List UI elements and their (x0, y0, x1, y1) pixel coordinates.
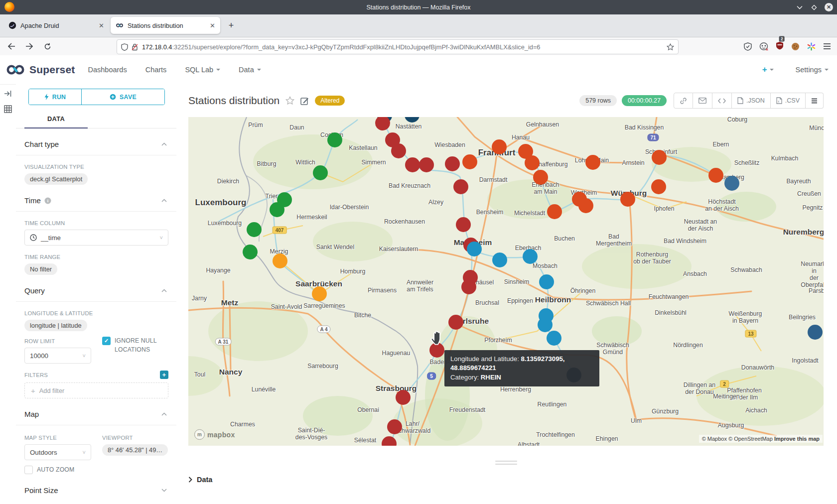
section-map[interactable]: Map (24, 398, 168, 425)
viz-type-value[interactable]: deck.gl Scatterplot (24, 173, 88, 185)
new-item-button[interactable]: + (762, 65, 774, 75)
map-data-point[interactable] (492, 139, 507, 154)
map-data-point[interactable] (273, 253, 287, 268)
map-data-point[interactable] (808, 325, 823, 340)
map-data-point[interactable] (448, 315, 463, 330)
edit-properties-icon[interactable] (300, 97, 309, 105)
chart-menu-button[interactable] (806, 93, 824, 109)
map-data-point[interactable] (538, 317, 553, 332)
menu-hamburger-icon[interactable] (823, 43, 831, 50)
lonlat-value[interactable]: longitude | latitude (24, 320, 87, 331)
map-data-point[interactable] (462, 154, 477, 169)
embed-code-button[interactable] (712, 93, 732, 109)
map-style-select[interactable]: Outdoors ˅ (24, 444, 91, 460)
map-data-point[interactable] (708, 168, 723, 183)
map-data-point[interactable] (461, 279, 476, 294)
maximize-icon[interactable] (810, 3, 818, 11)
window-titlebar[interactable]: Stations distribution — Mozilla Firefox … (0, 0, 837, 14)
map-data-point[interactable] (391, 143, 406, 158)
time-range-value[interactable]: No filter (24, 263, 57, 275)
map-data-point[interactable] (652, 150, 667, 165)
map-data-point[interactable] (445, 156, 460, 171)
section-chart-type[interactable]: Chart type (24, 128, 168, 155)
map-data-point[interactable] (525, 155, 540, 170)
reload-icon[interactable] (40, 39, 55, 53)
altered-badge[interactable]: Altered (315, 96, 345, 106)
tab-data[interactable]: DATA (24, 111, 88, 128)
close-icon[interactable]: ✕ (825, 3, 833, 11)
bookmark-star-icon[interactable] (667, 43, 674, 51)
favorite-star-icon[interactable] (285, 96, 294, 105)
viewport-value[interactable]: 8° 46' 45.28" | 49… (102, 444, 168, 456)
map-data-point[interactable] (547, 331, 561, 346)
nav-settings[interactable]: Settings (796, 66, 829, 74)
nav-data[interactable]: Data (239, 66, 261, 74)
data-results-panel-toggle[interactable]: Data (188, 476, 824, 484)
shield-permissions-icon[interactable] (121, 43, 128, 51)
map-data-point[interactable] (396, 390, 411, 405)
save-button[interactable]: SAVE (82, 89, 164, 105)
map-data-point[interactable] (312, 286, 327, 301)
time-column-select[interactable]: __time ˅ (24, 230, 168, 246)
copy-link-button[interactable] (674, 93, 693, 109)
row-limit-select[interactable]: 10000 ˅ (24, 348, 91, 364)
ignore-null-checkbox[interactable]: ✓ (102, 337, 111, 345)
deckgl-scatterplot-map[interactable]: PrümDaunCochemNastättenKastellaunBitburg… (188, 117, 824, 446)
nav-dashboards[interactable]: Dashboards (88, 66, 127, 74)
map-data-point[interactable] (247, 222, 262, 237)
nav-sql-lab[interactable]: SQL Lab (185, 66, 220, 74)
map-data-point[interactable] (578, 198, 593, 213)
superset-logo[interactable]: Superset (5, 64, 75, 76)
minimize-icon[interactable] (796, 3, 804, 11)
tab-stations-distribution[interactable]: Stations distribution ✕ (111, 17, 220, 34)
tab-close-icon[interactable]: ✕ (210, 22, 215, 29)
map-data-point[interactable] (453, 179, 468, 194)
new-tab-button[interactable]: + (225, 19, 237, 31)
map-data-point[interactable] (651, 179, 666, 194)
dataset-grid-icon[interactable] (4, 105, 12, 113)
tab-close-icon[interactable]: ✕ (99, 22, 104, 29)
ublock-icon[interactable]: 2 (776, 41, 784, 52)
add-filter-plus-button[interactable]: + (160, 371, 168, 379)
run-button[interactable]: RUN (29, 89, 82, 105)
protection-shield-icon[interactable] (744, 42, 752, 51)
export-csv-button[interactable]: x .CSV (771, 93, 806, 109)
mapbox-logo[interactable]: mmapbox (194, 429, 235, 440)
back-icon[interactable] (4, 39, 19, 53)
map-data-point[interactable] (456, 217, 471, 232)
multi-account-mask-icon[interactable]: ✕ (759, 42, 768, 51)
section-time[interactable]: Time i (24, 185, 168, 211)
add-filter-dropzone[interactable]: + Add filter (24, 382, 168, 398)
auto-zoom-checkbox[interactable] (24, 466, 33, 474)
nav-charts[interactable]: Charts (145, 66, 167, 74)
section-point-size[interactable]: Point Size (24, 475, 168, 501)
export-json-button[interactable]: .JSON (732, 93, 771, 109)
map-data-point[interactable] (467, 242, 482, 256)
forward-icon[interactable] (22, 39, 37, 53)
cookie-extension-icon[interactable] (791, 42, 800, 51)
map-data-point[interactable] (547, 204, 562, 219)
map-data-point[interactable] (405, 157, 420, 172)
map-data-point[interactable] (243, 245, 258, 259)
map-data-point[interactable] (533, 170, 548, 185)
map-data-point[interactable] (724, 176, 739, 191)
email-share-button[interactable] (693, 93, 712, 109)
map-data-point[interactable] (419, 157, 434, 172)
map-data-point[interactable] (539, 274, 554, 289)
insecure-lock-icon[interactable] (132, 43, 138, 51)
map-data-point[interactable] (270, 202, 284, 217)
collapse-panel-icon[interactable] (4, 90, 12, 97)
map-data-point[interactable] (387, 419, 402, 434)
map-data-point[interactable] (620, 192, 635, 207)
map-data-point[interactable] (523, 249, 538, 264)
map-data-point[interactable] (313, 165, 328, 180)
map-attribution[interactable]: © Mapbox © OpenStreetMap Improve this ma… (699, 435, 823, 443)
colorful-extension-icon[interactable] (807, 42, 816, 51)
map-data-point[interactable] (585, 155, 600, 170)
url-input[interactable]: 172.18.0.4:32251/superset/explore/?form_… (117, 39, 679, 54)
section-query[interactable]: Query (24, 275, 168, 301)
tab-apache-druid[interactable]: Apache Druid ✕ (3, 17, 109, 34)
map-data-point[interactable] (492, 252, 507, 267)
panel-resize-handle[interactable] (188, 461, 824, 465)
map-data-point[interactable] (327, 132, 342, 147)
